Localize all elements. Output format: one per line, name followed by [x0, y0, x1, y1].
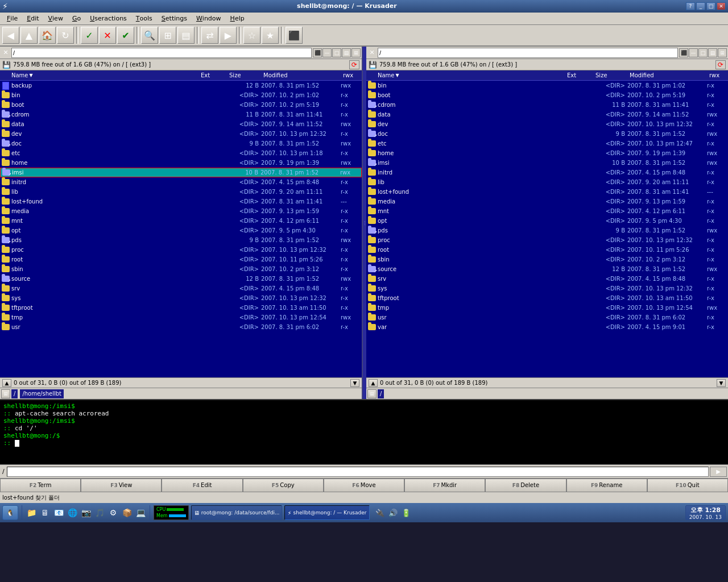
- file-row[interactable]: lost+found<DIR>2007. 8. 31 am 11:41---: [0, 197, 362, 206]
- f5-copy-button[interactable]: F5 Copy: [243, 479, 324, 492]
- left-col-name[interactable]: Name ▼: [10, 72, 200, 78]
- right-addr-btn4[interactable]: ▤: [708, 48, 717, 57]
- file-row[interactable]: backup12 B2007. 8. 31 pm 1:52rwx: [0, 81, 362, 90]
- ok-button[interactable]: ✓: [81, 27, 98, 44]
- right-file-list[interactable]: bin<DIR>2007. 8. 31 pm 1:02r-xboot<DIR>2…: [366, 81, 728, 377]
- file-row[interactable]: tmp<DIR>2007. 10. 13 pm 12:54rwx: [366, 303, 728, 313]
- f3-view-button[interactable]: F3 View: [81, 479, 162, 492]
- file-row[interactable]: data<DIR>2007. 9. 14 am 11:52rwx: [0, 119, 362, 129]
- menu-help[interactable]: Help: [226, 13, 249, 25]
- right-status-down-btn[interactable]: ▼: [717, 379, 726, 387]
- f4-edit-button[interactable]: F4 Edit: [162, 479, 242, 492]
- left-col-size[interactable]: Size: [228, 72, 262, 78]
- close-button[interactable]: ✕: [717, 2, 726, 10]
- file-row[interactable]: boot<DIR>2007. 10. 2 pm 5:19r-x: [366, 90, 728, 100]
- taskbar-icon-2[interactable]: 🖥: [39, 507, 51, 518]
- right-path-input[interactable]: [378, 48, 678, 58]
- file-row[interactable]: dev<DIR>2007. 10. 13 pm 12:32r-x: [366, 119, 728, 129]
- task1-button[interactable]: 🖥 root@mong: /data/source/fdi...: [191, 505, 283, 520]
- terminal-button[interactable]: ⬛: [286, 27, 303, 44]
- left-addr-btn1[interactable]: ⬛: [313, 48, 322, 57]
- right-addr-btn1[interactable]: ⬛: [679, 48, 688, 57]
- file-row[interactable]: ↗doc9 B2007. 8. 31 pm 1:52rwx: [366, 129, 728, 139]
- left-col-modified[interactable]: Modified: [262, 72, 342, 78]
- file-row[interactable]: var<DIR>2007. 4. 15 pm 9:01r-x: [366, 322, 728, 332]
- menu-useractions[interactable]: Useractions: [85, 13, 131, 25]
- file-row[interactable]: sbin<DIR>2007. 10. 2 pm 3:12r-x: [366, 255, 728, 264]
- compare-button[interactable]: ⊞: [159, 27, 176, 44]
- menu-file[interactable]: File: [2, 13, 22, 25]
- help-button[interactable]: ?: [686, 2, 695, 10]
- file-row[interactable]: dev<DIR>2007. 10. 13 pm 12:32r-x: [0, 129, 362, 139]
- task2-button[interactable]: ⚡ shellbt@mong: / — Krusader: [284, 505, 369, 520]
- file-row[interactable]: ↗cdrom11 B2007. 8. 31 am 11:41r-x: [366, 100, 728, 110]
- file-row[interactable]: ↗source12 B2007. 8. 31 pm 1:52rwx: [366, 264, 728, 274]
- file-row[interactable]: lib<DIR>2007. 9. 20 am 11:11r-x: [0, 187, 362, 197]
- clock-area[interactable]: 오후 1:28 2007. 10. 13: [685, 505, 726, 520]
- right-status-up-btn[interactable]: ▲: [369, 379, 378, 387]
- left-col-ext[interactable]: Ext: [200, 72, 228, 78]
- back-button[interactable]: ◀: [2, 27, 19, 44]
- right-pathbar-root[interactable]: /: [378, 389, 384, 398]
- menu-window[interactable]: Window: [192, 13, 226, 25]
- file-row[interactable]: mnt<DIR>2007. 4. 12 pm 6:11r-x: [366, 206, 728, 216]
- right-col-size[interactable]: Size: [594, 72, 628, 78]
- file-row[interactable]: home<DIR>2007. 9. 19 pm 1:39rwx: [0, 158, 362, 168]
- right-addr-btn3[interactable]: □: [698, 48, 708, 57]
- bookmark2-button[interactable]: ★: [262, 27, 279, 44]
- refresh-button[interactable]: ↻: [57, 27, 74, 44]
- left-status-up-btn[interactable]: ▲: [2, 379, 11, 387]
- left-file-list[interactable]: backup12 B2007. 8. 31 pm 1:52rwxbin<DIR>…: [0, 81, 362, 377]
- systray-battery-icon[interactable]: 🔋: [400, 507, 412, 518]
- panel-button[interactable]: ▤: [177, 27, 195, 44]
- file-row[interactable]: root<DIR>2007. 10. 11 pm 5:26r-x: [366, 245, 728, 255]
- right-col-name[interactable]: Name ▼: [377, 72, 566, 78]
- minimize-button[interactable]: _: [696, 2, 705, 10]
- file-row[interactable]: proc<DIR>2007. 10. 13 pm 12:32r-x: [0, 245, 362, 255]
- file-row[interactable]: usr<DIR>2007. 8. 31 pm 6:02r-x: [366, 313, 728, 322]
- taskbar-icon-1[interactable]: 📁: [26, 507, 37, 518]
- menu-edit[interactable]: Edit: [22, 13, 43, 25]
- right-addr-btn5[interactable]: ⊞: [718, 48, 727, 57]
- f6-move-button[interactable]: F6 Move: [324, 479, 404, 492]
- file-row[interactable]: initrd<DIR>2007. 4. 15 pm 8:48r-x: [0, 177, 362, 187]
- left-pathbar-home[interactable]: /home/shellbt: [20, 389, 64, 398]
- file-row[interactable]: bin<DIR>2007. 8. 31 pm 1:02r-x: [366, 81, 728, 90]
- file-row[interactable]: boot<DIR>2007. 10. 2 pm 5:19r-x: [0, 100, 362, 110]
- taskbar-icon-7[interactable]: ⚙: [107, 507, 119, 518]
- left-path-input[interactable]: [11, 48, 312, 58]
- left-pathbar-root[interactable]: /: [11, 389, 18, 398]
- menu-settings[interactable]: Settings: [157, 13, 192, 25]
- file-row[interactable]: ↗imsi10 B2007. 8. 31 pm 1:52rwx: [366, 158, 728, 168]
- f8-delete-button[interactable]: F8 Delete: [485, 479, 566, 492]
- file-row[interactable]: data<DIR>2007. 9. 14 am 11:52rwx: [366, 110, 728, 119]
- right-pathbar-btn1[interactable]: ⊞: [367, 389, 377, 398]
- systray-network-icon[interactable]: 🔌: [374, 507, 386, 518]
- file-row[interactable]: opt<DIR>2007. 9. 5 pm 4:30r-x: [0, 226, 362, 235]
- taskbar-icon-8[interactable]: 📦: [121, 507, 133, 518]
- file-row[interactable]: proc<DIR>2007. 10. 13 pm 12:32r-x: [366, 235, 728, 245]
- command-input[interactable]: [7, 467, 709, 477]
- file-row[interactable]: srv<DIR>2007. 4. 15 pm 8:48r-x: [366, 274, 728, 284]
- maximize-button[interactable]: □: [706, 2, 715, 10]
- left-pathbar-btn1[interactable]: ⊞: [1, 389, 10, 398]
- file-row[interactable]: ↗doc9 B2007. 8. 31 pm 1:52rwx: [0, 139, 362, 148]
- file-row[interactable]: ↗imsi10 B2007. 8. 31 pm 1:52rwx: [0, 168, 362, 177]
- taskbar-icon-9[interactable]: 💻: [135, 507, 146, 518]
- taskbar-icon-4[interactable]: 🌐: [67, 507, 78, 518]
- taskbar-icon-3[interactable]: 📧: [53, 507, 64, 518]
- file-row[interactable]: bin<DIR>2007. 10. 2 pm 1:02r-x: [0, 90, 362, 100]
- left-status-down-btn[interactable]: ▼: [350, 379, 359, 387]
- forward-button[interactable]: ▶: [220, 27, 237, 44]
- cmd-right-btn[interactable]: ▶: [710, 467, 727, 477]
- file-row[interactable]: lib<DIR>2007. 9. 20 am 11:11r-x: [366, 177, 728, 187]
- file-row[interactable]: tftproot<DIR>2007. 10. 13 am 11:50r-x: [366, 293, 728, 303]
- systray-sound-icon[interactable]: 🔊: [387, 507, 399, 518]
- right-col-modified[interactable]: Modified: [628, 72, 708, 78]
- file-row[interactable]: etc<DIR>2007. 10. 13 pm 1:18r-x: [0, 148, 362, 158]
- file-row[interactable]: etc<DIR>2007. 10. 13 pm 12:47r-x: [366, 139, 728, 148]
- right-col-ext[interactable]: Ext: [566, 72, 594, 78]
- up-button[interactable]: ▲: [20, 27, 38, 44]
- file-row[interactable]: lost+found<DIR>2007. 8. 31 am 11:41---: [366, 187, 728, 197]
- sync-button[interactable]: ⇄: [201, 27, 218, 44]
